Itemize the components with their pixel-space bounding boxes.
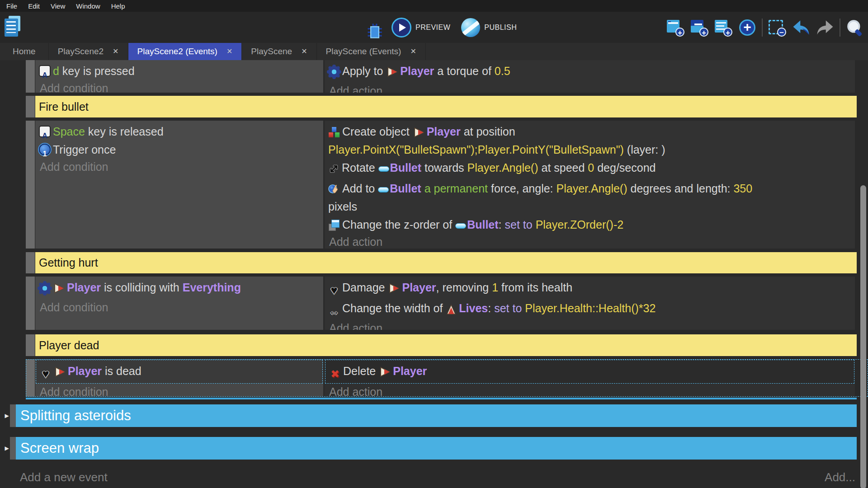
action-line[interactable]: Change the width of Lives: set to Player… xyxy=(328,299,853,320)
action-line[interactable]: Damage Player, removing 1 from its healt… xyxy=(328,278,853,299)
instruction-text: Change the z-order of xyxy=(342,218,455,231)
tab-close-icon[interactable]: ✕ xyxy=(113,48,118,55)
add-condition-button[interactable]: Add condition xyxy=(35,80,323,93)
condition-line[interactable]: d key is pressed xyxy=(39,62,321,80)
row-drag-handle[interactable] xyxy=(26,121,35,249)
chevron-right-icon[interactable] xyxy=(4,404,10,427)
choose-event-icon[interactable] xyxy=(738,18,757,37)
chevron-right-icon[interactable] xyxy=(4,437,10,460)
condition-line[interactable]: Player is dead xyxy=(40,362,321,383)
instruction-text: Player xyxy=(400,65,434,77)
action-line[interactable]: Delete Player xyxy=(329,362,852,383)
action-cell: Damage Player, removing 1 from its healt… xyxy=(325,277,855,330)
condition-line[interactable]: Trigger once xyxy=(39,141,321,159)
bullet-object-icon xyxy=(455,223,466,229)
preview-button[interactable]: PREVIEW xyxy=(392,18,457,38)
action-list: Create object Player at position Player.… xyxy=(325,121,855,234)
tab-playscene2-events[interactable]: PlayScene2 (Events)✕ xyxy=(128,43,242,60)
toolbar-separator xyxy=(762,19,763,37)
comment-row[interactable]: Getting hurt xyxy=(26,252,868,273)
menu-item-file[interactable]: File xyxy=(5,2,19,10)
condition-line[interactable]: Player is colliding with Everything xyxy=(39,278,321,299)
condition-line[interactable]: Space key is released xyxy=(39,122,321,141)
action-line[interactable]: Rotate Bullet towards Player.Angle() at … xyxy=(328,159,853,179)
instruction-text: force, angle: xyxy=(488,182,556,195)
add-action-button[interactable]: Add action xyxy=(325,320,855,330)
tab-home[interactable]: Home xyxy=(0,43,49,60)
add-action-button[interactable]: Add action xyxy=(325,234,855,249)
add-condition-button[interactable]: Add condition xyxy=(35,384,323,397)
tab-playscene2[interactable]: PlayScene2✕ xyxy=(49,43,128,60)
tab-close-icon[interactable]: ✕ xyxy=(226,48,232,55)
group-title: Screen wrap xyxy=(16,437,857,460)
row-drag-handle[interactable] xyxy=(26,60,35,93)
condition-cell: d key is pressedAdd condition xyxy=(35,60,325,93)
publish-button[interactable]: PUBLISH xyxy=(461,18,523,37)
vertical-scrollbar[interactable] xyxy=(860,185,866,488)
action-line[interactable]: Add to Bullet a permanent force, angle: … xyxy=(328,179,853,216)
action-line[interactable]: Create object Player at position Player.… xyxy=(328,122,853,159)
instruction-text: Damage xyxy=(342,281,388,294)
action-line[interactable]: Change the z-order of Bullet: set to Pla… xyxy=(328,216,853,234)
instruction-text: Bullet xyxy=(390,161,421,174)
add-event-icon[interactable] xyxy=(666,18,685,37)
bullet-object-icon xyxy=(378,166,389,172)
menu-item-view[interactable]: View xyxy=(49,2,67,10)
instruction-text: : xyxy=(488,302,494,314)
add-new-event-button[interactable]: Add a new event xyxy=(20,470,108,484)
instruction-text: : xyxy=(499,218,505,231)
condition-list: Space key is releasedTrigger once xyxy=(35,121,323,159)
comment-row[interactable]: Fire bullet xyxy=(26,96,868,117)
add-more-button[interactable]: Add... xyxy=(825,470,855,484)
instruction-text: towards xyxy=(421,161,467,174)
app-logo-icon[interactable] xyxy=(4,15,22,38)
rotate-icon xyxy=(328,163,340,178)
instruction-text: Player.PointX("BulletSpawn");Player.Poin… xyxy=(328,143,624,156)
tab-playscene-events[interactable]: PlayScene (Events)✕ xyxy=(317,43,426,60)
tab-playscene[interactable]: PlayScene✕ xyxy=(242,43,316,60)
action-line[interactable]: Apply to Player a torque of 0.5 xyxy=(328,62,853,83)
physics-icon xyxy=(39,282,51,294)
keyboard-key-icon xyxy=(39,65,51,77)
event-row[interactable]: Player is deadAdd conditionDelete Player… xyxy=(26,359,868,397)
row-drag-handle[interactable] xyxy=(26,359,35,397)
row-drag-handle[interactable] xyxy=(26,334,35,356)
instruction-text: a permanent xyxy=(425,182,488,195)
menu-item-help[interactable]: Help xyxy=(109,2,127,10)
menu-item-window[interactable]: Window xyxy=(74,2,102,10)
undo-icon[interactable] xyxy=(792,18,811,37)
lives-object-icon xyxy=(446,303,457,319)
add-action-button[interactable]: Add action xyxy=(325,384,855,397)
search-icon[interactable] xyxy=(845,18,864,37)
debug-icon[interactable] xyxy=(367,22,382,40)
redo-icon[interactable] xyxy=(816,18,835,37)
action-cell: Delete PlayerAdd action xyxy=(325,359,855,397)
comment-text: Player dead xyxy=(35,334,857,356)
menu-item-edit[interactable]: Edit xyxy=(26,2,42,10)
instruction-text: 0.5 xyxy=(495,65,510,77)
group-row[interactable]: Splitting asteroids xyxy=(4,404,868,427)
add-comment-icon[interactable] xyxy=(714,18,733,37)
row-drag-handle[interactable] xyxy=(26,96,35,117)
instruction-text: Player xyxy=(427,125,461,138)
group-row[interactable]: Screen wrap xyxy=(4,437,868,460)
add-action-button[interactable]: Add action xyxy=(325,83,855,93)
row-drag-handle[interactable] xyxy=(10,404,16,427)
add-force-icon xyxy=(328,183,340,199)
row-drag-handle[interactable] xyxy=(26,252,35,273)
event-row[interactable]: Space key is releasedTrigger onceAdd con… xyxy=(26,121,868,249)
add-condition-button[interactable]: Add condition xyxy=(35,300,323,314)
comment-text: Getting hurt xyxy=(35,252,857,273)
instruction-text: Player.Health::Health()*32 xyxy=(525,302,656,314)
row-drag-handle[interactable] xyxy=(10,437,16,460)
add-subevent-icon[interactable] xyxy=(690,18,709,37)
delete-selection-icon[interactable] xyxy=(768,18,787,37)
comment-row[interactable]: Player dead xyxy=(26,334,868,356)
add-condition-button[interactable]: Add condition xyxy=(35,159,323,174)
instruction-text: Change the width of xyxy=(342,302,446,314)
event-row[interactable]: d key is pressedAdd conditionApply to Pl… xyxy=(26,60,868,93)
tab-close-icon[interactable]: ✕ xyxy=(301,48,307,55)
tab-close-icon[interactable]: ✕ xyxy=(410,48,416,55)
row-drag-handle[interactable] xyxy=(26,277,35,330)
event-row[interactable]: Player is colliding with EverythingAdd c… xyxy=(26,277,868,330)
